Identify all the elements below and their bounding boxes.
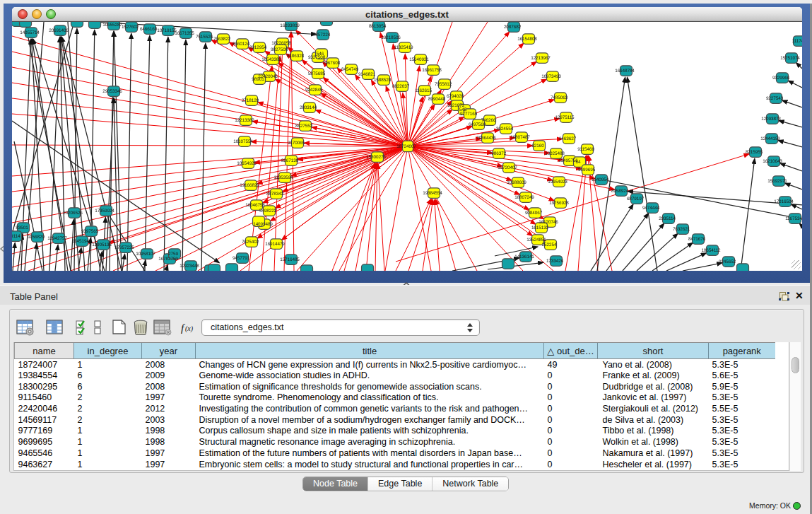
svg-text:10654112: 10654112 (701, 248, 721, 253)
svg-text:9146821: 9146821 (358, 72, 376, 77)
svg-text:16648784: 16648784 (615, 69, 635, 74)
svg-text:12213967: 12213967 (531, 56, 551, 61)
svg-text:9777169: 9777169 (460, 112, 478, 117)
svg-text:10025488: 10025488 (545, 151, 565, 156)
svg-text:18724007: 18724007 (396, 144, 416, 149)
svg-text:19166829: 19166829 (240, 183, 259, 188)
svg-text:8822037: 8822037 (392, 84, 410, 89)
svg-text:8215955: 8215955 (746, 150, 763, 155)
svg-text:252254: 252254 (542, 243, 557, 247)
svg-text:18226058: 18226058 (271, 41, 291, 46)
svg-text:16671355: 16671355 (175, 31, 194, 36)
svg-text:16782759: 16782759 (158, 257, 178, 262)
svg-text:16120746: 16120746 (539, 220, 558, 225)
svg-text:9699695: 9699695 (578, 168, 596, 173)
svg-text:10719155: 10719155 (157, 28, 177, 33)
svg-text:7663822: 7663822 (213, 37, 231, 42)
svg-text:98901: 98901 (252, 77, 264, 82)
svg-text:9329966: 9329966 (772, 76, 790, 81)
svg-text:9084067: 9084067 (525, 211, 543, 216)
svg-text:15716485: 15716485 (280, 257, 300, 262)
svg-text:8990448: 8990448 (428, 97, 446, 102)
svg-text:10107554: 10107554 (233, 139, 253, 144)
svg-text:1156829: 1156829 (28, 235, 45, 240)
svg-text:16033809: 16033809 (280, 23, 300, 28)
svg-text:9474444: 9474444 (642, 206, 660, 211)
svg-text:9170065: 9170065 (288, 141, 305, 146)
svg-text:39114: 39114 (12, 234, 20, 239)
svg-text:14055714: 14055714 (20, 30, 40, 35)
svg-text:11325419: 11325419 (394, 45, 413, 50)
svg-text:18807249: 18807249 (514, 195, 534, 200)
svg-text:16046758: 16046758 (245, 203, 265, 208)
svg-text:5498222: 5498222 (259, 209, 277, 214)
svg-text:2087682: 2087682 (504, 25, 522, 30)
svg-text:12213382: 12213382 (235, 118, 254, 123)
svg-text:3624554: 3624554 (496, 127, 514, 132)
svg-text:8267130: 8267130 (281, 158, 299, 163)
svg-text:8186328: 8186328 (287, 54, 305, 59)
svg-text:20364436: 20364436 (476, 136, 496, 141)
svg-text:1145194: 1145194 (72, 239, 89, 244)
svg-text:6466160: 6466160 (140, 27, 158, 32)
svg-text:11174: 11174 (792, 39, 802, 44)
svg-text:15692971: 15692971 (767, 179, 787, 184)
svg-text:5875685: 5875685 (308, 71, 326, 76)
svg-text:9397565: 9397565 (81, 229, 99, 234)
svg-text:2935114: 2935114 (659, 216, 676, 221)
svg-text:8427552: 8427552 (295, 124, 313, 129)
svg-text:9827508: 9827508 (271, 47, 288, 52)
svg-text:9242845: 9242845 (305, 88, 323, 93)
svg-text:16961758: 16961758 (422, 68, 442, 73)
svg-text:10655287: 10655287 (102, 23, 122, 28)
svg-text:12093873: 12093873 (761, 117, 781, 122)
svg-text:9463627: 9463627 (559, 136, 577, 141)
svg-text:8660124: 8660124 (233, 42, 250, 47)
svg-text:1640954: 1640954 (592, 177, 609, 182)
svg-text:8878342: 8878342 (266, 192, 284, 197)
svg-text:10654925: 10654925 (237, 161, 257, 166)
svg-text:2759: 2759 (168, 252, 178, 257)
svg-text:8912954: 8912954 (249, 45, 267, 50)
svg-text:7515526: 7515526 (196, 35, 213, 40)
svg-text:2803144: 2803144 (300, 105, 317, 110)
svg-text:7986372: 7986372 (489, 151, 507, 156)
svg-text:7625402: 7625402 (242, 240, 259, 245)
svg-text:12905135: 12905135 (92, 243, 112, 247)
svg-text:2718120: 2718120 (242, 98, 259, 103)
svg-text:15640921: 15640921 (409, 57, 429, 62)
svg-text:11353594: 11353594 (273, 175, 293, 180)
svg-text:17359924: 17359924 (95, 209, 114, 214)
svg-text:1162615: 1162615 (415, 88, 432, 93)
svg-text:14136141: 14136141 (514, 255, 534, 259)
svg-text:10973493: 10973493 (541, 74, 561, 79)
svg-text:19218506: 19218506 (381, 35, 401, 40)
svg-text:16210643: 16210643 (763, 159, 782, 164)
svg-text:8958924: 8958924 (611, 189, 629, 194)
svg-text:10807487: 10807487 (510, 135, 530, 140)
svg-text:7857224: 7857224 (313, 33, 331, 37)
svg-text:1167534: 1167534 (785, 216, 802, 221)
svg-text:1733426: 1733426 (546, 259, 564, 264)
svg-text:10958107: 10958107 (136, 252, 155, 257)
svg-text:12975115: 12975115 (555, 115, 575, 120)
svg-text:64: 64 (576, 160, 581, 165)
svg-text:14099489: 14099489 (253, 222, 273, 227)
svg-text:2967608: 2967608 (323, 61, 341, 66)
svg-text:12942757: 12942757 (47, 236, 67, 241)
svg-text:9227543: 9227543 (766, 96, 784, 101)
svg-text:7955812: 7955812 (435, 82, 452, 87)
svg-text:1615132: 1615132 (531, 226, 549, 230)
svg-text:9245652: 9245652 (719, 259, 736, 264)
svg-text:546: 546 (317, 52, 324, 57)
svg-text:29053346: 29053346 (102, 89, 122, 94)
svg-text:16154808: 16154808 (517, 37, 537, 42)
svg-text:83501: 83501 (16, 226, 28, 230)
svg-text:19756928: 19756928 (549, 201, 569, 206)
svg-text:7632621: 7632621 (673, 227, 690, 232)
svg-text:1588520: 1588520 (374, 78, 392, 83)
svg-text:1527602: 1527602 (122, 25, 139, 30)
svg-text:12923448: 12923448 (180, 264, 199, 269)
svg-text:19384554: 19384554 (423, 191, 442, 196)
svg-text:17957225: 17957225 (114, 245, 134, 250)
